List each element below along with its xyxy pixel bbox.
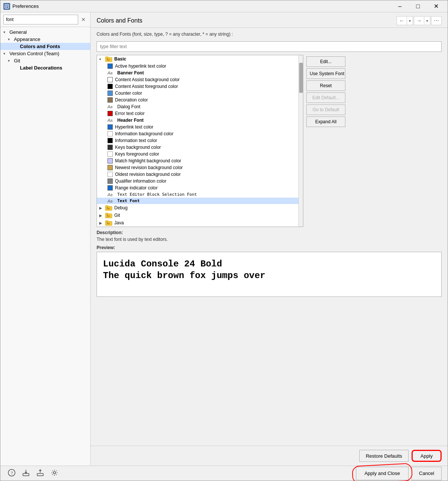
item-error-text-color[interactable]: Error text color <box>97 110 298 117</box>
label-info-text-color: Information text color <box>115 138 157 143</box>
swatch-keys-fg-color <box>107 151 113 157</box>
group-debug-label: Debug <box>114 205 127 210</box>
description-area: Description: The text font is used by te… <box>97 230 442 242</box>
sidebar-search-clear-button[interactable]: ✕ <box>80 16 87 23</box>
cancel-button[interactable]: Cancel <box>412 467 442 480</box>
group-git-label: Git <box>114 213 120 218</box>
group-basic[interactable]: ▾ Aa Basic <box>97 55 298 63</box>
app-icon <box>3 3 10 10</box>
tree-scrollbar[interactable] <box>298 55 303 227</box>
panel-title: Colors and Fonts <box>97 17 142 24</box>
forward-dropdown-button[interactable]: ▾ <box>424 16 430 25</box>
sidebar-item-label-decorations[interactable]: Label Decorations <box>0 64 90 71</box>
font-icon-text-editor-block: Aa <box>107 192 116 197</box>
item-header-font[interactable]: Aa Header Font <box>97 117 298 124</box>
svg-text:Aa: Aa <box>106 207 110 210</box>
swatch-match-highlight-bg <box>107 158 113 163</box>
label-dialog-font: Dialog Font <box>117 104 140 109</box>
item-info-bg-color[interactable]: Information background color <box>97 130 298 137</box>
back-button[interactable]: ← <box>397 16 407 25</box>
footer-right-buttons: Apply and Close Cancel <box>356 467 442 480</box>
folder-icon-git: Aa <box>105 212 113 218</box>
expand-java: ▶ <box>99 221 105 225</box>
label-range-indicator-color: Range indicator color <box>115 185 157 191</box>
colors-fonts-tree: ▾ Aa Basic Acti <box>97 55 303 227</box>
group-debug[interactable]: ▶ Aa Debug <box>97 204 298 212</box>
edit-default-button[interactable]: Edit Default... <box>306 92 345 103</box>
use-system-font-button[interactable]: Use System Font <box>306 68 345 79</box>
item-qualifier-info-color[interactable]: Qualifier information color <box>97 178 298 185</box>
folder-icon-java: Aa <box>105 220 113 226</box>
window-controls: – □ ✕ <box>391 0 445 12</box>
forward-button[interactable]: → <box>414 16 424 25</box>
label-error-text-color: Error text color <box>115 111 145 116</box>
scrollbar-thumb[interactable] <box>299 63 303 93</box>
item-range-indicator-color[interactable]: Range indicator color <box>97 185 298 191</box>
sidebar-item-git[interactable]: ▾ Git <box>0 57 90 64</box>
sidebar-tree: ▾ General ▾ Appearance Colors and Fonts … <box>0 27 90 466</box>
font-icon-banner: Aa <box>107 71 116 75</box>
maximize-button[interactable]: □ <box>409 0 427 12</box>
expand-arrow-git: ▾ <box>8 59 14 63</box>
label-info-bg-color: Information background color <box>115 131 173 136</box>
reset-button[interactable]: Reset <box>306 80 345 91</box>
group-git[interactable]: ▶ Aa Git <box>97 212 298 219</box>
svg-rect-19 <box>37 473 43 476</box>
sidebar-search-bar: ✕ <box>0 12 90 27</box>
sidebar-item-appearance[interactable]: ▾ Appearance <box>0 36 90 43</box>
item-oldest-revision-bg[interactable]: Oldest revision background color <box>97 171 298 178</box>
settings-icon <box>51 469 58 476</box>
item-active-hyperlink[interactable]: Active hyperlink text color <box>97 63 298 70</box>
sidebar-item-colors-and-fonts[interactable]: Colors and Fonts <box>0 43 90 50</box>
item-counter-color[interactable]: Counter color <box>97 90 298 97</box>
go-to-default-button[interactable]: Go to Default <box>306 104 345 115</box>
item-decoration-color[interactable]: Decoration color <box>97 97 298 103</box>
item-dialog-font[interactable]: Aa Dialog Font <box>97 103 298 110</box>
preview-line2: The quick brown fox jumps over <box>103 271 265 281</box>
main-content: ✕ ▾ General ▾ Appearance Colors and Font… <box>0 12 448 466</box>
filter-input[interactable] <box>97 41 442 52</box>
import-button[interactable] <box>35 468 45 479</box>
item-hyperlink-text-color[interactable]: Hyperlink text color <box>97 124 298 130</box>
tree-scroll-area[interactable]: ▾ Aa Basic Acti <box>97 55 298 227</box>
minimize-button[interactable]: – <box>391 0 409 12</box>
back-nav-group: ← ▾ <box>397 16 413 25</box>
label-text-font: Text Font <box>117 198 140 203</box>
item-content-assist-bg[interactable]: Content Assist background color <box>97 76 298 83</box>
restore-defaults-button[interactable]: Restore Defaults <box>359 450 409 462</box>
close-button[interactable]: ✕ <box>427 0 445 12</box>
item-match-highlight-bg[interactable]: Match highlight background color <box>97 157 298 164</box>
back-dropdown-button[interactable]: ▾ <box>407 16 413 25</box>
bottom-buttons-bar: Restore Defaults Apply <box>91 446 448 466</box>
item-text-font[interactable]: Aa Text Font <box>97 198 298 204</box>
font-icon-text: Aa <box>107 199 116 203</box>
sidebar-item-general[interactable]: ▾ General <box>0 29 90 36</box>
item-info-text-color[interactable]: Information text color <box>97 137 298 144</box>
item-keys-bg-color[interactable]: Keys background color <box>97 144 298 151</box>
swatch-content-assist-bg <box>107 77 113 82</box>
help-button[interactable]: ? <box>6 468 17 479</box>
sidebar-item-label-vc: Version Control (Team) <box>9 51 59 56</box>
sidebar-item-version-control[interactable]: ▾ Version Control (Team) <box>0 50 90 57</box>
edit-button[interactable]: Edit... <box>306 56 345 67</box>
expand-arrow-ld <box>14 66 20 70</box>
expand-all-button[interactable]: Expand All <box>306 116 345 127</box>
item-banner-font[interactable]: Aa Banner Font <box>97 70 298 76</box>
label-header-font: Header Font <box>117 118 144 123</box>
settings-button[interactable] <box>49 468 60 479</box>
svg-point-20 <box>53 472 56 474</box>
window-title: Preferences <box>12 3 391 9</box>
apply-button[interactable]: Apply <box>412 450 442 462</box>
group-java[interactable]: ▶ Aa Java <box>97 219 298 227</box>
item-keys-fg-color[interactable]: Keys foreground color <box>97 151 298 157</box>
item-text-editor-block-font[interactable]: Aa Text Editor Block Selection Font <box>97 191 298 198</box>
label-oldest-revision-bg: Oldest revision background color <box>115 172 181 177</box>
item-newest-revision-bg[interactable]: Newest revision background color <box>97 164 298 171</box>
label-content-assist-bg: Content Assist background color <box>115 77 180 82</box>
menu-button[interactable]: ⋯ <box>431 16 442 25</box>
apply-and-close-button[interactable]: Apply and Close <box>356 467 409 480</box>
item-content-assist-fg[interactable]: Content Assist foreground color <box>97 83 298 90</box>
svg-text:?: ? <box>11 470 13 476</box>
export-button[interactable] <box>21 468 31 479</box>
sidebar-search-input[interactable] <box>3 15 78 24</box>
